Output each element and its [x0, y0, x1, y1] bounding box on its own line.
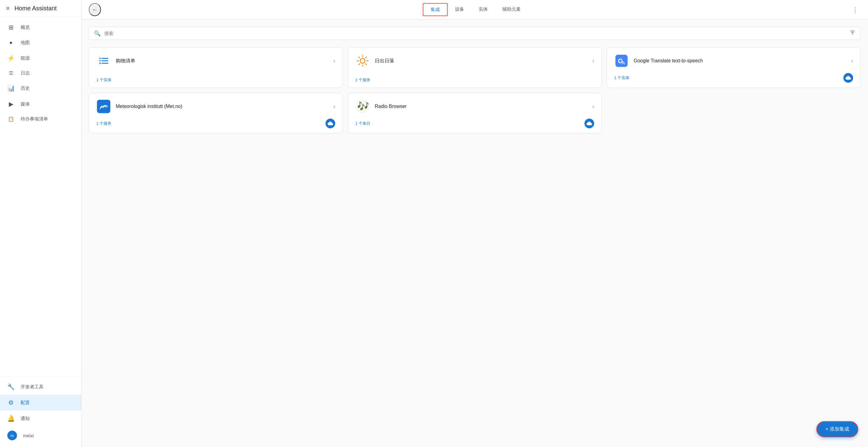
- card-count-met: 1 个服务: [96, 121, 112, 126]
- cloud-icon-google: [843, 73, 853, 83]
- devtools-icon: 🔧: [7, 383, 14, 390]
- menu-icon[interactable]: ≡: [6, 5, 10, 12]
- sidebar-item-todo[interactable]: 📋 待办事项清单: [0, 112, 81, 126]
- tab-entities[interactable]: 实体: [471, 3, 495, 16]
- svg-text:🎶: 🎶: [357, 100, 369, 112]
- sidebar-item-label-overview: 概览: [21, 25, 30, 30]
- sidebar-item-label-logs: 日志: [21, 70, 30, 76]
- sidebar-item-overview[interactable]: ⊞ 概览: [0, 20, 81, 35]
- more-menu-button[interactable]: ⋮: [850, 4, 861, 16]
- card-count-sun: 1 个服务: [355, 77, 370, 83]
- avatar: m: [7, 430, 17, 440]
- svg-line-15: [366, 64, 367, 65]
- sunrise-icon: [355, 54, 370, 68]
- card-header-radio: 🎶 Radio Browser ›: [355, 99, 594, 114]
- shopping-list-icon: [96, 54, 111, 68]
- main-content: ← 集成 设备 实体 辅助元素 ⋮ 🔍: [82, 0, 868, 447]
- card-met-no[interactable]: Meteorologisk institutt (Met.no) › 1 个服务: [89, 93, 343, 133]
- chevron-right-icon: ›: [333, 58, 335, 64]
- notification-icon: 🔔: [7, 415, 14, 422]
- svg-rect-3: [99, 58, 101, 59]
- sidebar-item-notifications[interactable]: 🔔 通知: [0, 411, 81, 426]
- add-integration-button[interactable]: + 添加集成: [816, 421, 858, 437]
- card-name-shopping: 购物清单: [116, 58, 329, 64]
- card-footer-google: 1 个实体: [614, 73, 853, 83]
- tab-devices[interactable]: 设备: [448, 3, 471, 16]
- card-count-shopping: 1 个实体: [96, 77, 112, 83]
- card-sunrise-sunset[interactable]: 日出日落 › 1 个服务: [348, 47, 602, 88]
- sidebar-header: ≡ Home Assistant: [0, 0, 81, 17]
- filter-icon[interactable]: [849, 29, 856, 37]
- card-footer-sun: 1 个服务: [355, 77, 594, 83]
- sidebar-item-label-notifications: 通知: [21, 416, 30, 421]
- content-area: 🔍: [82, 20, 868, 447]
- tab-integrations[interactable]: 集成: [423, 3, 448, 16]
- chevron-right-icon-radio: ›: [592, 103, 594, 110]
- card-header-sun: 日出日落 ›: [355, 54, 594, 68]
- svg-point-9: [360, 58, 365, 63]
- card-footer-radio: 1 个条目: [355, 119, 594, 128]
- sidebar-item-label-todo: 待办事项清单: [21, 116, 48, 122]
- energy-icon: ⚡: [7, 54, 14, 62]
- card-header-met: Meteorologisk institutt (Met.no) ›: [96, 99, 335, 114]
- sidebar-item-config[interactable]: ⚙ 配置: [0, 395, 81, 411]
- overview-icon: ⊞: [7, 24, 14, 31]
- card-radio-browser[interactable]: 🎶 Radio Browser › 1 个条目: [348, 93, 602, 133]
- sidebar-item-label-map: 地图: [21, 40, 30, 46]
- card-shopping-list[interactable]: 购物清单 › 1 个实体: [89, 47, 343, 88]
- sidebar-item-user[interactable]: m meixi: [0, 426, 81, 445]
- card-name-google: Google Translate text-to-speech: [634, 58, 846, 64]
- sidebar-item-logs[interactable]: ☰ 日志: [0, 66, 81, 80]
- svg-rect-5: [99, 63, 101, 64]
- card-header-google: G A Google Translate text-to-speech ›: [614, 54, 853, 68]
- svg-line-14: [359, 57, 360, 58]
- card-name-met: Meteorologisk institutt (Met.no): [116, 104, 329, 109]
- config-icon: ⚙: [7, 399, 14, 406]
- card-count-radio: 1 个条目: [355, 121, 370, 126]
- search-icon: 🔍: [94, 30, 101, 37]
- sidebar-item-devtools[interactable]: 🔧 开发者工具: [0, 379, 81, 395]
- card-count-google: 1 个实体: [614, 75, 629, 81]
- search-input[interactable]: [104, 31, 846, 36]
- sidebar-item-energy[interactable]: ⚡ 能源: [0, 50, 81, 66]
- svg-rect-4: [99, 60, 101, 61]
- sidebar-bottom: 🔧 开发者工具 ⚙ 配置 🔔 通知 m meixi: [0, 376, 81, 447]
- chevron-right-icon-sun: ›: [592, 58, 594, 64]
- sidebar-item-label-devtools: 开发者工具: [21, 384, 43, 390]
- sidebar-item-map[interactable]: ● 地图: [0, 35, 81, 50]
- sidebar-item-media[interactable]: ▶ 媒体: [0, 96, 81, 112]
- card-header-shopping: 购物清单 ›: [96, 54, 335, 68]
- back-button[interactable]: ←: [89, 3, 101, 16]
- sidebar-item-label-media: 媒体: [21, 101, 30, 107]
- sidebar: ≡ Home Assistant ⊞ 概览 ● 地图 ⚡ 能源 ☰ 日志 📊 历…: [0, 0, 82, 447]
- svg-line-16: [359, 64, 360, 65]
- met-no-icon: [96, 99, 111, 114]
- radio-browser-icon: 🎶: [355, 99, 370, 114]
- search-bar: 🔍: [89, 27, 861, 40]
- sidebar-item-label-history: 历史: [21, 85, 30, 91]
- svg-line-17: [366, 57, 367, 58]
- tab-helpers[interactable]: 辅助元素: [495, 3, 528, 16]
- cloud-icon-met: [326, 119, 335, 128]
- card-name-radio: Radio Browser: [375, 104, 587, 109]
- sidebar-item-label-user: meixi: [23, 433, 34, 438]
- todo-icon: 📋: [7, 116, 14, 122]
- chevron-right-icon-met: ›: [333, 103, 335, 110]
- map-icon: ●: [7, 39, 14, 46]
- history-icon: 📊: [7, 85, 14, 92]
- sidebar-nav: ⊞ 概览 ● 地图 ⚡ 能源 ☰ 日志 📊 历史 ▶ 媒体 📋 待办事项清单: [0, 17, 81, 376]
- card-footer-met: 1 个服务: [96, 119, 335, 128]
- topbar-tabs: 集成 设备 实体 辅助元素: [103, 3, 847, 16]
- card-google-translate[interactable]: G A Google Translate text-to-speech › 1 …: [607, 47, 861, 88]
- google-translate-icon: G A: [614, 54, 629, 68]
- svg-text:A: A: [622, 61, 625, 65]
- sidebar-item-label-config: 配置: [21, 400, 30, 406]
- sidebar-item-label-energy: 能源: [21, 55, 30, 61]
- integrations-grid: 购物清单 › 1 个实体: [89, 47, 861, 133]
- logs-icon: ☰: [7, 70, 14, 76]
- media-icon: ▶: [7, 100, 14, 108]
- sidebar-item-history[interactable]: 📊 历史: [0, 80, 81, 96]
- card-footer-shopping: 1 个实体: [96, 77, 335, 83]
- chevron-right-icon-google: ›: [851, 58, 853, 64]
- topbar: ← 集成 设备 实体 辅助元素 ⋮: [82, 0, 868, 20]
